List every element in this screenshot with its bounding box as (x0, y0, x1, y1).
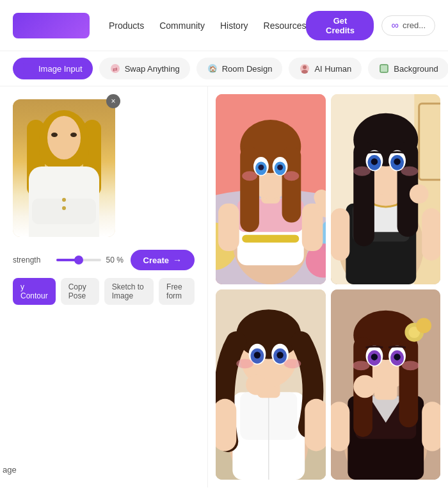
mode-tab-sketch[interactable]: Sketch to Image (104, 278, 154, 305)
nav: Products Community History Resources (109, 20, 307, 31)
tab-image-input[interactable]: Image Input (13, 58, 93, 79)
gallery-item-3[interactable] (216, 289, 326, 480)
nav-item-community[interactable]: Community (159, 20, 205, 31)
get-credits-button[interactable]: Get Credits (306, 11, 374, 40)
gallery-item-4[interactable] (331, 289, 441, 480)
svg-text:🏠: 🏠 (209, 65, 216, 73)
svg-point-8 (301, 70, 308, 74)
svg-rect-102 (422, 402, 440, 451)
room-design-icon: 🏠 (207, 63, 218, 74)
svg-point-56 (401, 167, 418, 176)
svg-point-77 (246, 374, 267, 395)
anime-girl-2-image (331, 94, 441, 284)
svg-point-55 (353, 167, 371, 176)
svg-point-96 (371, 354, 377, 360)
background-icon (378, 63, 390, 74)
image-upload-area[interactable] (13, 99, 115, 237)
svg-point-91 (416, 318, 431, 334)
tab-swap-anything[interactable]: ⇄ Swap Anything (99, 58, 190, 79)
svg-point-76 (284, 359, 301, 368)
tab-ai-human[interactable]: AI Human (289, 58, 362, 79)
close-button[interactable]: × (106, 94, 120, 108)
svg-point-28 (258, 165, 264, 170)
svg-point-53 (371, 158, 377, 165)
svg-point-75 (236, 359, 253, 368)
gallery-item-1[interactable] (216, 94, 326, 284)
svg-rect-33 (218, 204, 239, 251)
page-label: age (0, 465, 17, 475)
svg-text:⇄: ⇄ (113, 66, 118, 72)
mode-tab-freeform[interactable]: Free form (159, 278, 195, 305)
image-input-icon (23, 63, 35, 74)
nav-item-history[interactable]: History (220, 20, 248, 31)
left-panel: × strength 50 % Create → y Contour Copy … (0, 86, 208, 487)
create-button[interactable]: Create → (131, 250, 195, 270)
anime-girl-1-image (216, 94, 326, 284)
svg-rect-58 (422, 208, 440, 261)
gallery-item-2[interactable] (331, 94, 441, 284)
svg-point-73 (254, 352, 260, 358)
svg-point-30 (242, 171, 257, 181)
credits-display[interactable]: ∞ cred... (381, 15, 435, 36)
anime-girl-4-image (331, 289, 441, 480)
svg-point-98 (352, 361, 369, 370)
svg-point-68 (236, 309, 301, 359)
ai-human-icon (299, 63, 310, 74)
strength-slider[interactable] (56, 259, 101, 261)
swap-anything-icon: ⇄ (109, 63, 121, 74)
nav-right: Get Credits ∞ cred... (306, 11, 435, 40)
svg-rect-78 (216, 399, 236, 451)
strength-row: strength 50 % Create → (13, 250, 195, 270)
svg-rect-32 (242, 235, 299, 243)
tool-tabs-bar: Image Input ⇄ Swap Anything 🏠 Room Desig… (0, 51, 448, 86)
anime-girl-3-image (216, 289, 326, 480)
svg-rect-79 (305, 399, 325, 451)
header: Products Community History Resources Get… (0, 0, 448, 51)
strength-value: 50 % (106, 256, 125, 264)
infinity-icon: ∞ (391, 20, 398, 31)
svg-point-100 (353, 375, 376, 398)
credits-value: cred... (403, 20, 426, 30)
strength-label: strength (13, 256, 51, 264)
mode-tab-contour[interactable]: y Contour (13, 278, 56, 305)
logo[interactable] (13, 13, 90, 38)
svg-rect-1 (25, 65, 33, 72)
gallery (208, 86, 448, 487)
svg-point-54 (394, 158, 400, 165)
arrow-icon: → (173, 255, 182, 265)
mode-tabs: y Contour Copy Pose Sketch to Image Free… (13, 278, 195, 305)
svg-point-59 (409, 184, 428, 204)
nav-item-products[interactable]: Products (109, 20, 144, 31)
main-content: × strength 50 % Create → y Contour Copy … (0, 86, 448, 487)
tab-background[interactable]: Background (368, 58, 448, 79)
svg-point-29 (277, 165, 283, 170)
svg-point-7 (303, 65, 307, 69)
svg-point-97 (394, 354, 400, 360)
svg-point-99 (401, 361, 419, 370)
svg-rect-23 (282, 147, 301, 223)
tab-room-design[interactable]: 🏠 Room Design (196, 58, 283, 79)
svg-point-31 (284, 171, 300, 181)
svg-rect-57 (331, 208, 349, 261)
nav-item-resources[interactable]: Resources (264, 20, 307, 31)
svg-rect-101 (331, 402, 349, 451)
mode-tab-copy-pose[interactable]: Copy Pose (61, 278, 99, 305)
svg-point-74 (276, 352, 283, 358)
